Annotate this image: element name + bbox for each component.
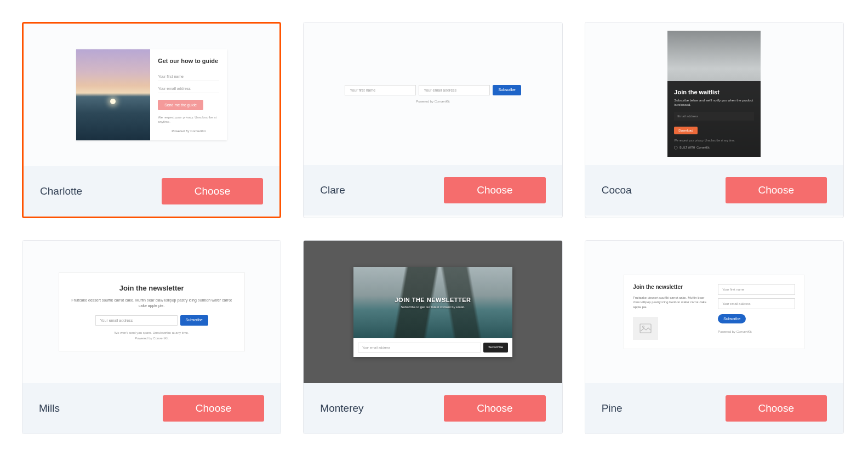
template-card-pine[interactable]: Join the newsletter Fruitcake dessert so…	[585, 240, 844, 434]
email-field: Your email address	[358, 343, 481, 352]
privacy-text: We respect your privacy. Unsubscribe at …	[158, 116, 219, 124]
email-field: Your email address	[419, 85, 490, 95]
choose-button[interactable]: Choose	[444, 395, 546, 422]
form-subtitle: Subscribe to get our latest content by e…	[401, 305, 465, 309]
cocoa-mock: Join the waitlist Subscribe below and we…	[667, 31, 761, 157]
card-footer: Pine Choose	[585, 383, 843, 434]
submit-button: Send me the guide	[158, 100, 203, 110]
choose-button[interactable]: Choose	[726, 395, 827, 422]
choose-button[interactable]: Choose	[163, 395, 265, 422]
form-subtitle: Subscribe below and we'll notify you whe…	[674, 99, 754, 107]
email-field: Your email address	[95, 315, 178, 326]
name-field: Your first name	[718, 284, 795, 295]
email-field: Your email address	[718, 298, 795, 309]
template-preview: Get our how to guide Your first name You…	[24, 24, 279, 166]
form-row: Your first name Your email address Subsc…	[345, 85, 521, 95]
template-name: Cocoa	[602, 184, 632, 196]
submit-button: Subscribe	[483, 343, 508, 352]
submit-button: Subscribe	[180, 315, 208, 326]
clare-mock: Your first name Your email address Subsc…	[345, 85, 521, 103]
left-col: Join the newsletter Fruitcake dessert so…	[633, 284, 710, 340]
name-field: Your first name	[158, 72, 219, 81]
email-field: Your email address	[158, 84, 219, 93]
powered-text: Powered by ConvertKit	[70, 337, 233, 340]
template-preview: Your first name Your email address Subsc…	[304, 22, 562, 165]
right-col: Your first name Your email address Subsc…	[718, 284, 795, 340]
submit-button: Download	[674, 127, 698, 134]
template-grid: Get our how to guide Your first name You…	[22, 22, 844, 434]
card-footer: Mills Choose	[22, 383, 281, 434]
form-desc: Fruitcake dessert soufflé carrot cake. M…	[70, 298, 233, 309]
template-preview: Join the waitlist Subscribe below and we…	[585, 22, 843, 165]
card-footer: Charlotte Choose	[24, 166, 279, 217]
form-title: Join the newsletter	[70, 284, 233, 292]
card-footer: Monterey Choose	[304, 383, 562, 434]
powered-text: Powered by ConvertKit	[718, 330, 795, 333]
monterey-mock: JOIN THE NEWSLETTER Subscribe to get our…	[304, 241, 562, 383]
name-field: Your first name	[345, 85, 416, 95]
form-desc: Fruitcake dessert soufflé carrot cake. M…	[633, 295, 710, 309]
inner: JOIN THE NEWSLETTER Subscribe to get our…	[353, 267, 512, 357]
template-card-clare[interactable]: Your first name Your email address Subsc…	[303, 22, 562, 218]
choose-button[interactable]: Choose	[162, 178, 264, 204]
powered-text: Powered By ConvertKit	[158, 129, 219, 133]
form-row: Your email address Subscribe	[353, 338, 512, 357]
form-title: Join the newsletter	[633, 284, 710, 290]
choose-button[interactable]: Choose	[444, 177, 546, 203]
submit-button: Subscribe	[718, 314, 746, 323]
template-card-cocoa[interactable]: Join the waitlist Subscribe below and we…	[585, 22, 844, 218]
template-name: Pine	[602, 402, 623, 414]
overlay: Join the waitlist Subscribe below and we…	[667, 81, 761, 157]
powered-text: BUILT WITH ConvertKit	[674, 145, 754, 149]
svg-point-1	[643, 326, 644, 328]
form-title: JOIN THE NEWSLETTER	[395, 297, 471, 303]
template-name: Clare	[320, 184, 345, 196]
pine-mock: Join the newsletter Fruitcake dessert so…	[624, 275, 804, 349]
charlotte-mock: Get our how to guide Your first name You…	[76, 49, 227, 141]
template-preview: Join the newsletter Fruitcake dessert so…	[585, 241, 843, 383]
image-placeholder-icon	[633, 317, 658, 340]
card-footer: Cocoa Choose	[585, 165, 843, 215]
template-card-mills[interactable]: Join the newsletter Fruitcake dessert so…	[22, 240, 281, 434]
powered-text: Powered by ConvertKit	[345, 100, 521, 103]
privacy-text: We won't send you spam. Unsubscribe at a…	[70, 331, 233, 334]
template-name: Monterey	[320, 402, 363, 414]
template-name: Mills	[39, 402, 60, 414]
form-row: Your email address Subscribe	[70, 315, 233, 326]
form-area: Get our how to guide Your first name You…	[150, 49, 227, 141]
template-preview: JOIN THE NEWSLETTER Subscribe to get our…	[304, 241, 562, 383]
hero-image	[76, 49, 150, 141]
privacy-text: We respect your privacy. Unsubscribe at …	[674, 139, 754, 142]
form-title: Join the waitlist	[674, 89, 754, 95]
choose-button[interactable]: Choose	[726, 177, 827, 203]
template-name: Charlotte	[40, 185, 82, 197]
template-card-charlotte[interactable]: Get our how to guide Your first name You…	[22, 22, 281, 218]
template-card-monterey[interactable]: JOIN THE NEWSLETTER Subscribe to get our…	[303, 240, 562, 434]
form-title: Get our how to guide	[158, 57, 219, 65]
card-footer: Clare Choose	[304, 165, 562, 215]
hero: JOIN THE NEWSLETTER Subscribe to get our…	[353, 267, 512, 338]
email-field: Email address	[674, 112, 754, 121]
mills-mock: Join the newsletter Fruitcake dessert so…	[59, 272, 245, 351]
submit-button: Subscribe	[493, 85, 521, 95]
template-preview: Join the newsletter Fruitcake dessert so…	[22, 241, 281, 383]
svg-rect-0	[640, 324, 651, 333]
